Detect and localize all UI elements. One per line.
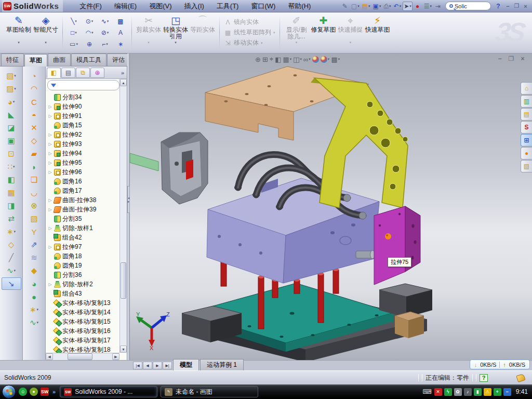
intersect-icon[interactable]: ◨ [2, 200, 21, 212]
menu-工具(T)[interactable]: 工具(T) [210, 0, 245, 12]
edit-appearance-icon[interactable] [312, 56, 319, 63]
pin-icon[interactable]: ✎ [340, 2, 350, 11]
antivirus-tray-icon[interactable]: ϟ [444, 388, 452, 396]
tags-icon[interactable] [516, 374, 525, 382]
search-input[interactable]: Solic [455, 3, 467, 9]
point-icon[interactable]: ∗▾ [24, 303, 44, 316]
cube-icon[interactable]: ▧ [24, 212, 44, 225]
viewport-minimize-button[interactable]: − [496, 55, 504, 62]
polygon-tool[interactable]: ⊕ [82, 38, 97, 50]
bend-icon[interactable]: ◡ [24, 187, 44, 199]
trim-entities-button[interactable]: ✂剪裁实体▾ [135, 15, 162, 45]
display-delete-relations-button[interactable]: ✐显示/删除几...▾ [283, 15, 310, 45]
rib-icon[interactable]: ◪ [2, 122, 21, 134]
expand-arrow-icon[interactable]: ▷ [48, 151, 52, 156]
knit-surface-icon[interactable]: ≋ [24, 251, 44, 264]
section-view-icon[interactable]: ◧ [275, 56, 281, 63]
solidworks-launcher-icon[interactable]: SW [41, 388, 49, 396]
tree-item[interactable]: ▷拉伸93 [48, 139, 127, 149]
display-style-icon[interactable]: ◫▾ [293, 56, 302, 63]
menu-插入(I)[interactable]: 插入(I) [178, 0, 210, 12]
appearances-tab[interactable]: ● [521, 147, 532, 159]
expand-arrow-icon[interactable]: ▷ [48, 114, 52, 118]
line-tool[interactable]: ╲▾ [66, 16, 82, 27]
ellipse-tool[interactable]: ⊘▾ [97, 27, 113, 38]
sync-blocked-tray-icon[interactable]: − [503, 388, 511, 396]
warning-tray-icon[interactable]: ⚠ [484, 388, 491, 396]
tree-item[interactable]: 圆角19 [48, 261, 127, 270]
rebuild-icon[interactable]: ● [413, 2, 422, 11]
design-library-tab[interactable]: ▤ [521, 108, 532, 121]
zoom-fit-icon[interactable]: ⊕ [255, 56, 261, 63]
extruded-boss-icon[interactable]: ▧▾ [2, 70, 21, 82]
ejector-rod[interactable] [130, 153, 158, 171]
volume-tray-icon[interactable]: ♪ [464, 388, 472, 396]
expand-arrow-icon[interactable]: ▷ [48, 245, 52, 249]
tree-item[interactable]: 圆角15 [48, 121, 127, 130]
network-tray-icon[interactable]: ▮ [474, 388, 482, 396]
fillet-icon[interactable]: ◕▾ [2, 96, 21, 108]
slot-tool[interactable]: ▭▾ [66, 38, 82, 50]
expand-arrow-icon[interactable]: ▷ [48, 170, 52, 175]
tab-评估[interactable]: 评估 [107, 54, 130, 66]
resources-tab[interactable]: ▥ [521, 95, 532, 108]
loft-icon[interactable]: ◗ [24, 161, 44, 173]
combine-icon[interactable]: ▦ [2, 187, 21, 199]
menu-帮助(H)[interactable]: 帮助(H) [282, 0, 317, 12]
corner-block[interactable] [395, 312, 424, 338]
tree-item[interactable]: 分割36 [48, 270, 127, 280]
fillet-surface-icon[interactable]: ◕ [24, 277, 44, 290]
custom-properties-tab[interactable]: ▧ [521, 160, 532, 172]
exploded-mold-assembly[interactable] [130, 54, 532, 360]
viewport-close-button[interactable]: × [518, 55, 527, 62]
start-button[interactable] [2, 385, 16, 398]
move-surface-icon[interactable]: ⇗ [24, 238, 44, 251]
delete-hole-icon[interactable]: ⊗ [24, 200, 44, 212]
quicklaunch-expand-icon[interactable]: » [52, 389, 56, 395]
split-icon[interactable]: ◧ [2, 174, 21, 186]
scroll-down-button[interactable]: ▼ [120, 345, 127, 353]
freeform-icon[interactable]: ◔ [24, 70, 44, 82]
scroll-thumb[interactable] [121, 262, 126, 299]
spline-icon[interactable]: ∿▾ [24, 316, 44, 329]
expand-arrow-icon[interactable]: ▷ [48, 104, 52, 109]
sketch-button[interactable]: ✎草图绘制▾ [5, 15, 32, 45]
move-copy-body-icon[interactable]: ⇄ [2, 212, 21, 225]
arc-tool[interactable]: ◠▾ [82, 27, 97, 38]
expand-arrow-icon[interactable]: ▷ [48, 207, 52, 212]
move-entities-button[interactable]: ⇲移动实体▾ [223, 38, 276, 47]
hide-show-items-icon[interactable]: ∞▾ [303, 56, 311, 63]
tree-item[interactable]: 圆角16 [48, 177, 127, 186]
offset-entities-button[interactable]: ⌒等距实体 [189, 15, 216, 41]
minimize-button[interactable]: − [503, 2, 512, 10]
health-tray-icon[interactable]: + [494, 388, 501, 396]
security-alert-tray-icon[interactable]: ✕ [434, 388, 442, 396]
tree-item[interactable]: 实体-移动/复制15 [48, 317, 127, 326]
reference-axis-icon[interactable]: ╱ [2, 251, 21, 264]
close-button[interactable]: × [521, 2, 530, 10]
tab-模具工具[interactable]: 模具工具 [71, 54, 107, 66]
restore-button[interactable]: ❐ [512, 2, 521, 10]
expand-arrow-icon[interactable]: ▷ [48, 198, 52, 203]
indent-icon[interactable]: ◆ [24, 264, 44, 277]
toolbox-tab[interactable]: S [521, 121, 532, 134]
new-file-icon[interactable]: ▢▾ [350, 2, 361, 11]
prev-frame-button[interactable]: ◀ [143, 362, 152, 369]
scroll-up-button[interactable]: ▲ [120, 79, 127, 86]
combine-bodies-icon[interactable]: ❏ [24, 174, 44, 186]
last-frame-button[interactable]: ▶| [163, 362, 172, 369]
view-settings-icon[interactable]: ▩▾ [331, 56, 340, 63]
tree-item[interactable]: 实体-移动/复制14 [48, 308, 127, 317]
open-file-icon[interactable]: ▤▾ [361, 2, 371, 11]
rectangle-tool[interactable]: □▾ [66, 27, 82, 38]
print-icon[interactable]: ⎙▾ [382, 2, 392, 11]
tree-item[interactable]: 实体-移动/复制17 [48, 336, 127, 345]
update-badge-tray-icon[interactable]: ✿ [454, 388, 462, 396]
menu-编辑(E)[interactable]: 编辑(E) [108, 0, 143, 12]
tree-item[interactable]: 实体-移动/复制13 [48, 298, 127, 308]
dimxpertmanager-tab[interactable]: ⊕ [90, 68, 104, 78]
tree-item[interactable]: 分割34 [48, 92, 127, 102]
convert-entities-button[interactable]: ◳转换实体引用▾ [162, 15, 189, 45]
flex-icon[interactable]: ✕ [24, 122, 44, 134]
magnified-selection-icon[interactable]: ⌖ [270, 55, 273, 63]
